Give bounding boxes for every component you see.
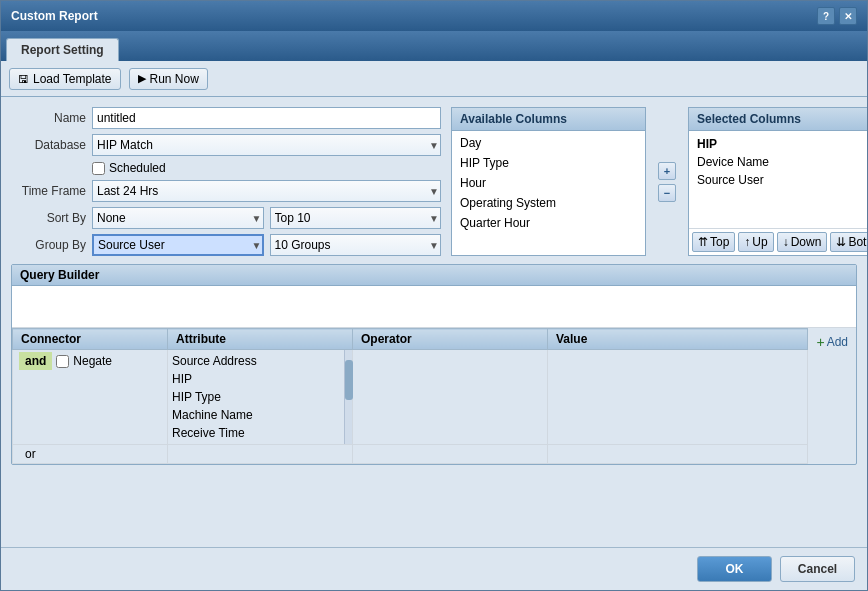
list-item[interactable]: HIP Type xyxy=(168,388,352,406)
operator-cell-empty xyxy=(353,445,548,464)
available-columns-header: Available Columns xyxy=(452,108,645,131)
query-builder-header: Query Builder xyxy=(12,265,856,286)
list-item[interactable]: Operating System xyxy=(452,193,645,213)
load-template-button[interactable]: 🖫 Load Template xyxy=(9,68,121,90)
tab-bar: Report Setting xyxy=(1,31,867,61)
list-item[interactable]: Device Name xyxy=(693,153,867,171)
list-item[interactable]: Receive Time xyxy=(168,424,352,442)
and-negate-row: and Negate xyxy=(19,352,161,370)
list-item[interactable]: Day xyxy=(452,133,645,153)
add-column-button[interactable]: + xyxy=(658,162,676,180)
sortby-select[interactable]: None xyxy=(92,207,264,229)
list-item[interactable]: Quarter Hour xyxy=(452,213,645,233)
operator-header: Operator xyxy=(353,329,548,350)
query-table: Connector Attribute Operator Value and xyxy=(12,328,808,464)
list-item[interactable]: Source Address xyxy=(168,352,352,370)
timeframe-row: Time Frame Last 24 Hrs ▼ xyxy=(11,180,441,202)
cancel-button[interactable]: Cancel xyxy=(780,556,855,582)
dialog-title: Custom Report xyxy=(11,9,98,23)
add-button-area: + Add xyxy=(808,328,856,464)
negate-label: Negate xyxy=(73,354,112,368)
query-builder-section: Query Builder Connector Attribute Operat… xyxy=(11,264,857,465)
groupby-label: Group By xyxy=(11,238,86,252)
dialog-footer: OK Cancel xyxy=(1,547,867,590)
list-item[interactable]: Source User xyxy=(693,171,867,189)
attribute-cell-empty xyxy=(168,445,353,464)
table-row: and Negate Source Address HIP HIP Type xyxy=(13,350,808,445)
value-cell-empty xyxy=(548,445,808,464)
groupby-select[interactable]: Source User xyxy=(92,234,264,256)
groupby-row: Group By Source User ▼ 10 Groups ▼ xyxy=(11,234,441,256)
toolbar: 🖫 Load Template ▶ Run Now xyxy=(1,61,867,97)
form-and-columns: Name Database HIP Match ▼ Sc xyxy=(11,107,857,256)
list-item[interactable]: Machine Name xyxy=(168,406,352,424)
timeframe-label: Time Frame xyxy=(11,184,86,198)
sortby-row: Sort By None ▼ Top 10 ▼ xyxy=(11,207,441,229)
ok-button[interactable]: OK xyxy=(697,556,772,582)
timeframe-select[interactable]: Last 24 Hrs xyxy=(92,180,441,202)
name-label: Name xyxy=(11,111,86,125)
database-row: Database HIP Match ▼ xyxy=(11,134,441,156)
database-select[interactable]: HIP Match xyxy=(92,134,441,156)
main-content: Name Database HIP Match ▼ Sc xyxy=(1,97,867,547)
bottom-label: Bottom xyxy=(848,235,867,249)
name-row: Name xyxy=(11,107,441,129)
connector-or[interactable]: or xyxy=(19,445,42,463)
sortby-top-select[interactable]: Top 10 xyxy=(270,207,442,229)
query-text-area xyxy=(12,286,856,328)
available-columns-list[interactable]: Day HIP Type Hour Operating System Quart… xyxy=(452,131,645,255)
down-button[interactable]: ↓ Down xyxy=(777,232,828,252)
table-row: or xyxy=(13,445,808,464)
available-columns-panel: Available Columns Day HIP Type Hour Oper… xyxy=(451,107,646,256)
name-input[interactable] xyxy=(92,107,441,129)
attribute-cell: Source Address HIP HIP Type Machine Name… xyxy=(168,350,353,445)
operator-cell xyxy=(353,350,548,445)
run-now-label: Run Now xyxy=(150,72,199,86)
run-now-button[interactable]: ▶ Run Now xyxy=(129,68,208,90)
scheduled-label: Scheduled xyxy=(109,161,166,175)
query-table-wrapper: Connector Attribute Operator Value and xyxy=(12,328,856,464)
attribute-header: Attribute xyxy=(168,329,353,350)
negate-checkbox[interactable] xyxy=(56,355,69,368)
scrollbar-thumb xyxy=(345,360,353,400)
selected-columns-panel: Selected Columns HIP Device Name Source … xyxy=(688,107,867,256)
bottom-button[interactable]: ⇊ Bottom xyxy=(830,232,867,252)
bottom-icon: ⇊ xyxy=(836,235,846,249)
top-button[interactable]: ⇈ Top xyxy=(692,232,735,252)
sortby-label: Sort By xyxy=(11,211,86,225)
remove-column-button[interactable]: − xyxy=(658,184,676,202)
run-now-icon: ▶ xyxy=(138,72,146,85)
list-item[interactable]: HIP Type xyxy=(452,153,645,173)
list-item[interactable]: HIP xyxy=(168,370,352,388)
list-item[interactable]: Hour xyxy=(452,173,645,193)
selected-columns-list: HIP Device Name Source User xyxy=(689,131,867,228)
close-button[interactable]: ✕ xyxy=(839,7,857,25)
selected-columns-header: Selected Columns xyxy=(689,108,867,131)
value-header: Value xyxy=(548,329,808,350)
load-template-icon: 🖫 xyxy=(18,73,29,85)
custom-report-dialog: Custom Report ? ✕ Report Setting 🖫 Load … xyxy=(0,0,868,591)
list-item[interactable]: HIP xyxy=(693,135,867,153)
attribute-scrollbar[interactable] xyxy=(344,350,352,444)
connector-and-cell: and Negate xyxy=(13,350,168,445)
top-label: Top xyxy=(710,235,729,249)
add-label: Add xyxy=(827,335,848,349)
connector-and[interactable]: and xyxy=(19,352,52,370)
up-button[interactable]: ↑ Up xyxy=(738,232,773,252)
up-label: Up xyxy=(752,235,767,249)
attribute-list[interactable]: Source Address HIP HIP Type Machine Name… xyxy=(168,350,352,444)
form-left: Name Database HIP Match ▼ Sc xyxy=(11,107,441,256)
tab-report-setting[interactable]: Report Setting xyxy=(6,38,119,61)
column-order-actions: ⇈ Top ↑ Up ↓ Down ⇊ Bottom xyxy=(689,228,867,255)
groupby-groups-select[interactable]: 10 Groups xyxy=(270,234,442,256)
connector-header: Connector xyxy=(13,329,168,350)
help-button[interactable]: ? xyxy=(817,7,835,25)
down-label: Down xyxy=(791,235,822,249)
connector-or-cell: or xyxy=(13,445,168,464)
scheduled-checkbox[interactable] xyxy=(92,162,105,175)
column-transfer-buttons: + − xyxy=(656,107,678,256)
database-label: Database xyxy=(11,138,86,152)
up-icon: ↑ xyxy=(744,235,750,249)
add-row-button[interactable]: + Add xyxy=(812,332,852,352)
scheduled-row: Scheduled xyxy=(92,161,441,175)
